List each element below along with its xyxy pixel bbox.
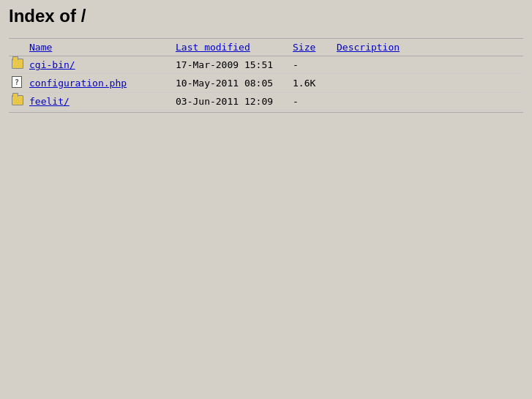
page-heading: Index of / [9, 6, 523, 26]
col-header-size: Size [290, 39, 334, 56]
file-desc-cell [334, 74, 523, 93]
table-bottom-rule [9, 112, 523, 113]
table-row: configuration.php10-May-2011 08:051.6K [9, 74, 523, 93]
file-size-cell: - [290, 93, 334, 111]
table-row: feelit/03-Jun-2011 12:09- [9, 93, 523, 111]
folder-icon [12, 59, 23, 69]
sort-by-date-link[interactable]: Last modified [176, 42, 250, 53]
file-size-cell: - [290, 56, 334, 74]
file-name-cell: cgi-bin/ [26, 56, 173, 74]
file-date-cell: 03-Jun-2011 12:09 [173, 93, 290, 111]
col-header-date: Last modified [173, 39, 290, 56]
sort-by-size-link[interactable]: Size [293, 42, 315, 53]
folder-icon [12, 95, 23, 105]
col-header-description: Description [334, 39, 523, 56]
file-listing-table: Name Last modified Size Description cgi-… [9, 38, 523, 111]
table-header-row: Name Last modified Size Description [9, 39, 523, 56]
file-name-cell: feelit/ [26, 93, 173, 111]
file-desc-cell [334, 93, 523, 111]
file-date-cell: 17-Mar-2009 15:51 [173, 56, 290, 74]
file-name-link[interactable]: configuration.php [29, 78, 127, 89]
sort-by-name-link[interactable]: Name [29, 42, 52, 53]
table-row: cgi-bin/17-Mar-2009 15:51- [9, 56, 523, 74]
file-name-link[interactable]: cgi-bin/ [29, 59, 75, 70]
file-name-link[interactable]: feelit/ [29, 96, 70, 107]
file-size-cell: 1.6K [290, 74, 334, 93]
file-icon [12, 76, 22, 88]
file-icon-cell [9, 74, 26, 93]
file-icon-cell [9, 93, 26, 111]
file-name-cell: configuration.php [26, 74, 173, 93]
file-desc-cell [334, 56, 523, 74]
file-date-cell: 10-May-2011 08:05 [173, 74, 290, 93]
file-icon-cell [9, 56, 26, 74]
icon-col-header [9, 39, 26, 56]
col-header-name: Name [26, 39, 173, 56]
sort-by-desc-link[interactable]: Description [337, 42, 400, 53]
